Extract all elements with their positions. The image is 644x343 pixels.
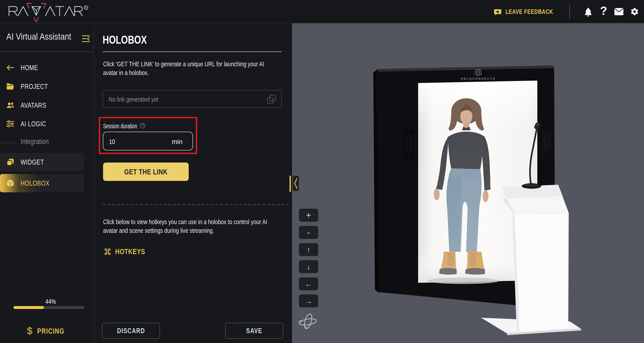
svg-text:R: R <box>85 6 87 9</box>
svg-text:HOLOCONNECTS: HOLOCONNECTS <box>461 77 496 80</box>
